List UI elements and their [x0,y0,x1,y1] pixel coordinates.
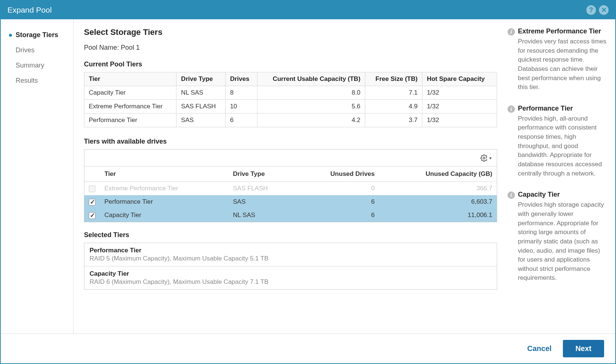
dialog-footer: Cancel Next [1,334,615,363]
list-item[interactable]: Performance Tier RAID 5 (Maximum Capacit… [84,243,497,266]
available-tiers-toolbar: ▾ [84,150,497,167]
table-row[interactable]: Performance Tier SAS 6 6,603.7 [84,195,497,209]
titlebar: Expand Pool ? ✕ [1,1,615,19]
selected-tier-title: Performance Tier [90,247,492,254]
info-block-capacity: i Capacity Tier Provides high storage ca… [508,191,607,283]
wizard-sidebar: Storage Tiers Drives Summary Results [1,19,74,334]
expand-pool-dialog: Expand Pool ? ✕ Storage Tiers Drives Sum… [0,0,616,364]
info-icon: i [508,105,515,113]
col-unused-capacity[interactable]: Unused Capacity (GB) [379,167,497,182]
sidebar-step-results[interactable]: Results [1,73,73,88]
dialog-title: Expand Pool [7,6,586,14]
svg-point-0 [483,157,485,159]
info-block-extreme: i Extreme Performance Tier Provides very… [508,27,607,92]
selected-tiers-heading: Selected Tiers [84,231,497,239]
info-panel: i Extreme Performance Tier Provides very… [504,19,615,334]
chevron-down-icon: ▾ [489,155,492,161]
col-free[interactable]: Free Size (TB) [365,72,422,86]
page-title: Select Storage Tiers [84,27,497,37]
available-tiers-container: ▾ Tier Drive Type Unused Drives Unused C… [84,149,497,222]
selected-tier-title: Capacity Tier [90,270,492,278]
selected-tiers-list: Performance Tier RAID 5 (Maximum Capacit… [84,243,497,290]
table-row[interactable]: Capacity Tier NL SAS 8 8.0 7.1 1/32 [84,86,497,100]
col-checkbox [84,167,100,182]
table-row[interactable]: Performance Tier SAS 6 4.2 3.7 1/32 [84,114,497,127]
row-checkbox[interactable] [89,199,95,206]
col-drive-type[interactable]: Drive Type [176,72,226,86]
col-hot-spare[interactable]: Hot Spare Capacity [422,72,497,86]
info-block-performance: i Performance Tier Provides high, all-ar… [508,105,607,178]
sidebar-step-storage-tiers[interactable]: Storage Tiers [1,27,73,43]
sidebar-step-summary[interactable]: Summary [1,58,73,73]
table-row: Extreme Performance Tier SAS FLASH 0 366… [84,182,497,196]
col-usable[interactable]: Current Usable Capacity (TB) [257,72,365,86]
next-button[interactable]: Next [563,340,604,357]
table-row[interactable]: Capacity Tier NL SAS 6 11,006.1 [84,209,497,222]
current-tiers-heading: Current Pool Tiers [84,60,497,68]
col-drive-type[interactable]: Drive Type [228,167,296,182]
row-checkbox[interactable] [89,212,95,219]
selected-tier-subtitle: RAID 5 (Maximum Capacity), Maximum Usabl… [90,255,492,262]
available-tiers-heading: Tiers with available drives [84,138,497,145]
available-tiers-table: Tier Drive Type Unused Drives Unused Cap… [84,167,497,222]
col-unused-drives[interactable]: Unused Drives [296,167,379,182]
col-drives[interactable]: Drives [226,72,257,86]
help-icon[interactable]: ? [586,5,596,15]
table-row[interactable]: Extreme Performance Tier SAS FLASH 10 5.… [84,100,497,114]
col-tier[interactable]: Tier [84,72,176,86]
info-icon: i [508,191,515,199]
selected-tier-subtitle: RAID 6 (Maximum Capacity), Maximum Usabl… [90,278,492,286]
sidebar-step-drives[interactable]: Drives [1,43,73,58]
row-checkbox [89,186,95,192]
current-tiers-table: Tier Drive Type Drives Current Usable Ca… [84,72,497,127]
close-icon[interactable]: ✕ [599,5,609,15]
main-content: Select Storage Tiers Pool Name: Pool 1 C… [74,19,504,334]
list-item[interactable]: Capacity Tier RAID 6 (Maximum Capacity),… [84,266,497,289]
gear-icon[interactable]: ▾ [480,154,492,162]
col-tier[interactable]: Tier [100,167,228,182]
cancel-button[interactable]: Cancel [527,344,552,353]
info-icon: i [508,28,515,36]
pool-name-label: Pool Name: Pool 1 [84,44,497,52]
